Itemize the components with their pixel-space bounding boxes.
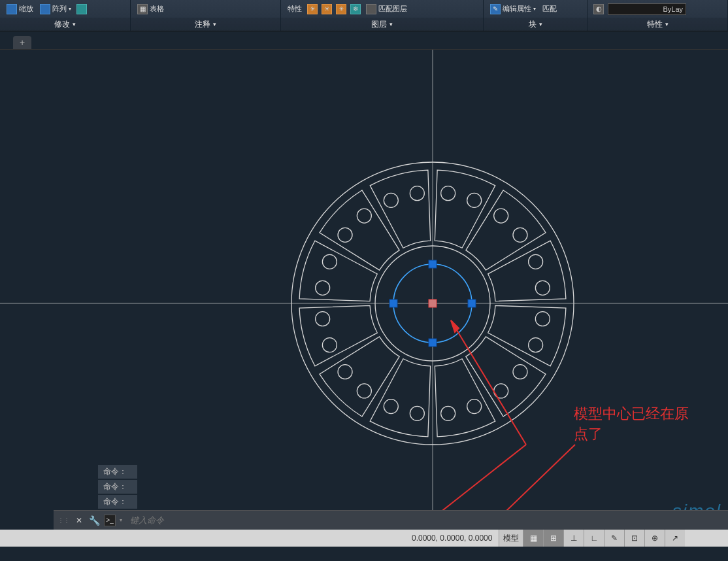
- svg-point-10: [410, 406, 424, 420]
- table-button[interactable]: ▦表格: [136, 3, 165, 15]
- command-history: 命令： 命令： 命令：: [98, 465, 137, 509]
- svg-point-5: [529, 338, 543, 352]
- match-layer-icon: [366, 4, 376, 14]
- svg-line-36: [418, 445, 526, 510]
- svg-point-20: [384, 193, 398, 207]
- ribbon-group-block: ✎编辑属性▾ 匹配 块▾: [484, 0, 588, 31]
- grid-icon: ▦: [527, 532, 539, 544]
- svg-point-6: [513, 365, 527, 379]
- scale-icon: [7, 4, 17, 14]
- ribbon-title-layer[interactable]: 图层▾: [281, 18, 483, 31]
- command-input[interactable]: [126, 515, 724, 525]
- svg-point-11: [384, 400, 398, 414]
- ribbon-title-modify[interactable]: 修改▾: [0, 18, 130, 31]
- svg-point-19: [357, 209, 371, 223]
- prop-icon[interactable]: ◐: [593, 4, 604, 14]
- model-space-button[interactable]: 模型: [499, 530, 523, 547]
- bylayer-dropdown[interactable]: ByLay: [608, 3, 686, 15]
- svg-rect-33: [429, 299, 437, 307]
- ribbon-group-modify: 缩放 阵列▾ 修改▾: [0, 0, 131, 31]
- edit-attr-icon: ✎: [490, 4, 501, 14]
- svg-point-21: [410, 186, 424, 201]
- status-toggle-5[interactable]: ✎: [604, 530, 624, 547]
- svg-point-17: [322, 254, 337, 269]
- status-toggle-7[interactable]: ⊕: [644, 530, 665, 547]
- table-icon: ▦: [137, 4, 148, 14]
- cmd-history-line: 命令：: [98, 495, 137, 509]
- svg-point-24: [494, 209, 508, 223]
- layer-icon-3[interactable]: ☀: [336, 4, 346, 14]
- svg-point-13: [338, 365, 352, 379]
- svg-point-9: [441, 406, 455, 420]
- svg-point-25: [513, 228, 527, 242]
- status-toggle-6[interactable]: ⊡: [624, 530, 644, 547]
- block-match-button[interactable]: 匹配: [541, 3, 558, 14]
- snap-icon: ⊞: [548, 532, 559, 544]
- svg-point-14: [322, 338, 337, 352]
- svg-rect-32: [468, 299, 476, 307]
- ribbon: 缩放 阵列▾ 修改▾ ▦表格 注释▾ 特性 ☀ ☀ ☀ ❄ 匹配图层 图层▾ ✎…: [0, 0, 728, 31]
- drawing-canvas[interactable]: 命令： 命令： 命令： 模型中心已经在原 点了 simol: [0, 50, 728, 510]
- cmd-history-line: 命令：: [98, 480, 137, 494]
- svg-rect-29: [429, 260, 437, 268]
- svg-point-26: [529, 254, 543, 269]
- svg-rect-31: [389, 299, 397, 307]
- svg-point-22: [441, 186, 455, 201]
- cmd-history-line: 命令：: [98, 465, 137, 479]
- add-tab-button[interactable]: +: [13, 36, 31, 49]
- scale-button[interactable]: 缩放: [5, 3, 35, 15]
- svg-line-38: [471, 445, 575, 510]
- match-layer-button[interactable]: 匹配图层: [365, 3, 408, 15]
- svg-point-23: [467, 193, 482, 207]
- cmdbar-settings-icon[interactable]: 🔧: [89, 515, 100, 526]
- document-tabstrip: +: [0, 31, 728, 50]
- command-bar: ⋮⋮ ✕ 🔧 >_▾: [54, 510, 728, 530]
- svg-rect-30: [429, 339, 437, 347]
- cmdbar-close[interactable]: ✕: [73, 516, 85, 525]
- svg-point-27: [535, 280, 550, 295]
- array-button[interactable]: 阵列▾: [39, 3, 73, 15]
- svg-point-15: [316, 312, 330, 326]
- ribbon-group-layer: 特性 ☀ ☀ ☀ ❄ 匹配图层 图层▾: [281, 0, 484, 31]
- layer-icon-2[interactable]: ☀: [322, 4, 332, 14]
- svg-point-8: [467, 400, 482, 414]
- status-toggle-8[interactable]: ↗: [665, 530, 685, 547]
- svg-point-16: [316, 280, 330, 295]
- ribbon-title-properties[interactable]: 特性▾: [588, 18, 727, 31]
- status-bar: 0.0000, 0.0000, 0.0000 模型 ▦ ⊞ ⊥ ∟ ✎ ⊡ ⊕ …: [0, 530, 728, 547]
- svg-point-12: [357, 384, 371, 398]
- array-icon: [40, 4, 50, 14]
- cmd-prompt-icon: >_: [104, 515, 116, 526]
- svg-line-34: [451, 320, 526, 445]
- layer-props-button[interactable]: 特性: [286, 3, 303, 14]
- watermark: simol: [672, 501, 721, 510]
- ribbon-title-block[interactable]: 块▾: [484, 18, 587, 31]
- snap-toggle[interactable]: ⊞: [543, 530, 563, 547]
- status-toggle-4[interactable]: ∟: [584, 530, 604, 547]
- layer-icon-4[interactable]: ❄: [350, 4, 361, 14]
- cmdbar-grip[interactable]: ⋮⋮: [58, 517, 69, 524]
- svg-point-18: [338, 228, 352, 242]
- coordinates-readout[interactable]: 0.0000, 0.0000, 0.0000: [405, 534, 499, 543]
- ribbon-group-properties: ◐ ByLay 特性▾: [588, 0, 728, 31]
- edit-attr-button[interactable]: ✎编辑属性▾: [489, 3, 537, 15]
- status-toggle-3[interactable]: ⊥: [563, 530, 584, 547]
- annotation-text: 模型中心已经在原 点了: [574, 404, 689, 445]
- layer-icon-1[interactable]: ☀: [307, 4, 318, 14]
- grid-toggle[interactable]: ▦: [523, 530, 543, 547]
- svg-point-4: [535, 312, 550, 326]
- ribbon-group-annotate: ▦表格 注释▾: [131, 0, 281, 31]
- tool-icon-1[interactable]: [76, 4, 87, 14]
- ribbon-title-annotate[interactable]: 注释▾: [131, 18, 280, 31]
